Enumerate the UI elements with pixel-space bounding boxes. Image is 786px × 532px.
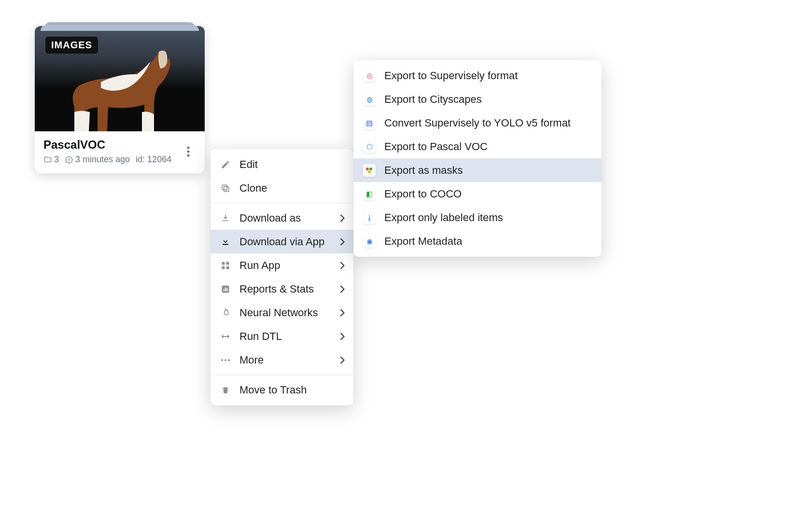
svg-rect-8 [226,262,229,265]
chevron-right-icon [340,238,345,246]
svg-rect-10 [226,266,229,269]
svg-rect-14 [227,288,228,291]
coco-app-icon: ◧ [363,188,376,200]
chevron-right-icon [340,333,345,340]
metadata-app-icon: ◉ [363,235,376,248]
chevron-right-icon [340,356,345,364]
menu-more[interactable]: More [211,348,353,372]
pascal-app-icon: ⬡ [363,140,376,153]
export-submenu: ◎ Export to Supervisely format ◍ Export … [353,60,602,257]
masks-app-icon [363,164,376,177]
kebab-icon [187,146,190,157]
svg-rect-7 [222,262,225,265]
submenu-convert-yolo[interactable]: ▤ Convert Supervisely to YOLO v5 format [353,111,602,135]
svg-point-16 [225,359,226,361]
more-options-button[interactable] [181,141,196,162]
svg-rect-12 [224,289,225,291]
menu-run-app[interactable]: Run App [211,253,353,277]
menu-download-via-app[interactable]: Download via App [211,230,353,253]
svg-point-20 [368,170,371,173]
fire-icon [220,308,231,318]
yolo-app-icon: ▤ [363,117,376,129]
menu-move-to-trash[interactable]: Move to Trash [211,378,353,402]
context-menu: Edit Clone Download as Download via App … [211,149,353,406]
copy-icon [220,183,231,194]
download-icon [220,213,231,224]
apps-icon [220,260,231,271]
trash-icon [220,385,231,395]
project-id: id: 12064 [136,154,171,165]
submenu-export-cityscapes[interactable]: ◍ Export to Cityscapes [353,87,602,111]
ellipsis-icon [220,355,231,365]
svg-rect-6 [223,244,228,245]
menu-edit[interactable]: Edit [211,153,353,176]
project-meta: 3 3 minutes ago id: 12064 [43,154,181,165]
submenu-export-supervisely[interactable]: ◎ Export to Supervisely format [353,64,602,87]
svg-point-17 [228,359,230,361]
submenu-export-labeled[interactable]: ⭳ Export only labeled items [353,206,602,229]
download-bold-icon [220,237,231,247]
images-badge: IMAGES [45,37,98,54]
submenu-export-coco[interactable]: ◧ Export to COCO [353,182,602,206]
project-card[interactable]: IMAGES PascalVOC 3 3 minutes ago id: 120… [35,26,205,173]
menu-divider [211,203,353,203]
submenu-export-masks[interactable]: Export as masks [353,158,602,182]
cityscapes-app-icon: ◍ [363,93,376,106]
svg-point-2 [187,150,190,153]
menu-divider [211,375,353,375]
submenu-export-metadata[interactable]: ◉ Export Metadata [353,229,602,253]
pencil-icon [220,159,231,170]
chevron-right-icon [340,214,345,222]
chevron-right-icon [340,285,345,293]
arrows-horizontal-icon [220,331,231,342]
bar-chart-icon [220,284,231,294]
folder-count: 3 [43,154,59,165]
labeled-app-icon: ⭳ [363,211,376,224]
menu-clone[interactable]: Clone [211,176,353,200]
supervisely-app-icon: ◎ [363,70,376,82]
svg-point-18 [366,168,369,170]
menu-download-as[interactable]: Download as [211,206,353,230]
project-thumbnail: IMAGES [35,26,205,131]
svg-point-1 [187,146,190,149]
svg-rect-5 [222,185,227,190]
chevron-right-icon [340,309,345,317]
project-age: 3 minutes ago [65,154,130,165]
project-title: PascalVOC [43,138,181,152]
svg-point-19 [369,168,372,170]
svg-rect-9 [222,266,225,269]
submenu-export-pascal[interactable]: ⬡ Export to Pascal VOC [353,135,602,158]
svg-point-15 [221,359,223,361]
svg-rect-4 [224,186,229,191]
svg-point-3 [187,154,190,156]
menu-neural-networks[interactable]: Neural Networks [211,301,353,324]
chevron-right-icon [340,262,345,269]
svg-rect-13 [225,287,226,291]
menu-reports[interactable]: Reports & Stats [211,277,353,301]
menu-run-dtl[interactable]: Run DTL [211,324,353,348]
